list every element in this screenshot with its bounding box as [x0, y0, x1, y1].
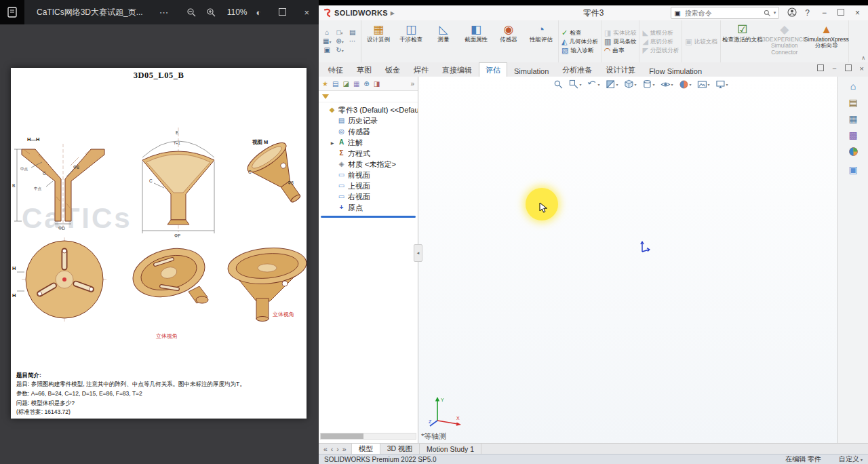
ribbon-button[interactable]: ▣ 比较文档	[685, 38, 717, 45]
ribbon-tab[interactable]: Flow Simulation	[642, 64, 709, 77]
ribbon-button[interactable]: ◣ 拔模分析	[642, 29, 679, 37]
print-button[interactable]: ▣	[321, 47, 333, 54]
undock-document-icon[interactable]	[817, 64, 824, 73]
tree-filter-row[interactable]	[319, 91, 418, 102]
tree-item[interactable]: + 原点	[319, 202, 418, 213]
panel-horizontal-scrollbar[interactable]	[320, 433, 416, 440]
scrollbar-thumb[interactable]	[321, 433, 363, 439]
ribbon-tab[interactable]: 钣金	[378, 62, 407, 77]
apply-scene-icon[interactable]: ▾	[697, 79, 710, 90]
ribbon-tab[interactable]: 设计计算	[599, 62, 642, 77]
graphics-area[interactable]: ▾ ▾ ▾ ▾ ▾	[418, 77, 837, 444]
document-tab[interactable]: 模型	[352, 444, 380, 455]
zoom-area-icon[interactable]: ▾	[568, 79, 581, 90]
solidworks-resources-icon[interactable]: ⌂	[850, 81, 856, 91]
ribbon-button[interactable]: ▦ 设计算例	[362, 20, 395, 62]
ribbon-button[interactable]: ◧ 截面属性	[460, 20, 492, 62]
menu-flyout-arrow[interactable]: ▶	[391, 10, 395, 16]
tree-item[interactable]: ▭ 右视面	[319, 191, 418, 202]
next-tab-button[interactable]: ›	[336, 445, 339, 453]
tree-item[interactable]: ◎ 传感器	[319, 126, 418, 137]
ribbon-tab[interactable]: 评估	[479, 62, 507, 77]
rollback-bar[interactable]	[321, 216, 416, 218]
configurationmanager-tab[interactable]: ▦	[353, 80, 359, 88]
first-tab-button[interactable]: «	[323, 445, 328, 453]
propertymanager-tab[interactable]: ◪	[342, 80, 349, 88]
save-button[interactable]: ▦▾	[321, 38, 333, 45]
minimize-button[interactable]: −	[822, 9, 827, 17]
help-button[interactable]: ?	[805, 9, 810, 17]
view-orientation-icon[interactable]: ▾	[624, 79, 637, 90]
tree-item[interactable]: ◈ 材质 <未指定>	[319, 159, 418, 170]
viewer-app-icon[interactable]	[0, 0, 24, 24]
search-caret-icon[interactable]: ▾	[774, 10, 776, 16]
custom-properties-icon[interactable]: ▣	[848, 165, 857, 174]
document-tab[interactable]: 3D 视图	[380, 444, 420, 455]
document-restore-button[interactable]	[845, 64, 852, 73]
ribbon-button[interactable]: ✓ 检查	[561, 29, 598, 37]
ribbon-tab[interactable]: 特征	[321, 62, 350, 77]
tree-item[interactable]: ▤ 历史记录	[319, 115, 418, 126]
displaymanager-tab[interactable]: ◨	[374, 80, 380, 88]
section-view-icon[interactable]: ▾	[605, 79, 618, 90]
zoom-fit-icon[interactable]	[553, 79, 563, 90]
ribbon-tab[interactable]: 焊件	[407, 62, 435, 77]
hide-show-items-icon[interactable]: ▾	[660, 79, 673, 90]
solidworks-logo[interactable]: SOLIDWORKS	[323, 8, 388, 18]
view-settings-icon[interactable]: ▾	[715, 79, 728, 90]
appearances-scenes-icon[interactable]	[848, 147, 859, 158]
ribbon-tab[interactable]: 直接编辑	[435, 62, 479, 77]
ribbon-tab[interactable]: Simulation	[507, 64, 555, 77]
viewer-maximize-button[interactable]	[279, 8, 286, 17]
previous-view-icon[interactable]: ▾	[587, 79, 599, 90]
ribbon-tab[interactable]: 草图	[350, 62, 378, 77]
close-button[interactable]: ×	[855, 9, 860, 17]
panel-star-icon[interactable]: ★	[322, 80, 328, 88]
panel-expand-icon[interactable]: »	[410, 80, 414, 88]
options-button[interactable]: ⊛▾	[334, 38, 346, 45]
prev-tab-button[interactable]: ‹	[331, 445, 334, 453]
tree-expand-arrow[interactable]: ▶	[330, 140, 335, 145]
zoom-out-button[interactable]	[186, 7, 197, 18]
design-library-icon[interactable]: ▤	[848, 98, 857, 107]
display-style-icon[interactable]: ▾	[642, 79, 655, 90]
command-search-input[interactable]	[684, 9, 761, 18]
zoom-in-button[interactable]	[206, 7, 216, 18]
command-search[interactable]: ▣ ▾	[671, 7, 779, 19]
restore-button[interactable]	[837, 9, 844, 17]
ribbon-button[interactable]: ◤ 分型线分析	[642, 47, 679, 54]
ribbon-tab[interactable]: 分析准备	[555, 62, 599, 77]
tree-item[interactable]: ▶ A 注解	[319, 137, 418, 148]
ribbon-button[interactable]: ◔ 性能评估	[525, 20, 557, 62]
ribbon-button[interactable]: ☑ 检查激活的文档	[722, 20, 764, 62]
ribbon-button[interactable]: ◢ 底切分析	[642, 38, 679, 45]
panel-collapse-handle[interactable]: ◂	[414, 244, 422, 262]
ribbon-button[interactable]: ▧ 输入诊断	[561, 47, 598, 54]
edit-appearance-icon[interactable]: ▾	[679, 79, 692, 90]
ribbon-button[interactable]: ◉ 传感器	[492, 20, 525, 62]
ribbon-button[interactable]: ◆ 3DEXPERIENCE Simulation Connector	[764, 20, 806, 62]
document-minimize-button[interactable]: −	[832, 65, 836, 73]
login-button[interactable]	[787, 7, 797, 18]
ribbon-button[interactable]: ◠ 曲率	[604, 47, 636, 54]
ribbon-button[interactable]: ◭ 几何体分析	[561, 38, 598, 45]
display-mode-button[interactable]: ◐	[256, 8, 262, 17]
ribbon-button[interactable]: ◺ 测量	[427, 20, 460, 62]
view-palette-icon[interactable]: ▩	[848, 130, 857, 140]
ribbon-button[interactable]: ◫ 干涉检查	[395, 20, 427, 62]
rebuild-button[interactable]: ↻▾	[334, 47, 346, 54]
document-close-button[interactable]: ×	[860, 65, 864, 73]
open-button[interactable]: ▤	[347, 29, 358, 36]
viewer-menu-button[interactable]: ⋯	[159, 7, 169, 18]
new-document-button[interactable]: □▾	[334, 29, 346, 36]
viewer-close-button[interactable]: ×	[304, 8, 309, 17]
customize-button[interactable]: 自定义▾	[839, 455, 863, 464]
document-tab[interactable]: Motion Study 1	[420, 444, 481, 455]
featuremanager-tab[interactable]: ▤	[332, 80, 338, 88]
ribbon-button[interactable]: ▥ 斑马条纹	[604, 38, 636, 45]
dimxpertmanager-tab[interactable]: ⊕	[363, 80, 369, 88]
ribbon-button[interactable]: ▲ SimulationXpress 分析向导	[806, 20, 848, 62]
collapse-ribbon-icon[interactable]: ∧	[861, 55, 865, 61]
tree-item[interactable]: ▭ 上视面	[319, 180, 418, 191]
more-button[interactable]: ⋯	[347, 38, 358, 45]
